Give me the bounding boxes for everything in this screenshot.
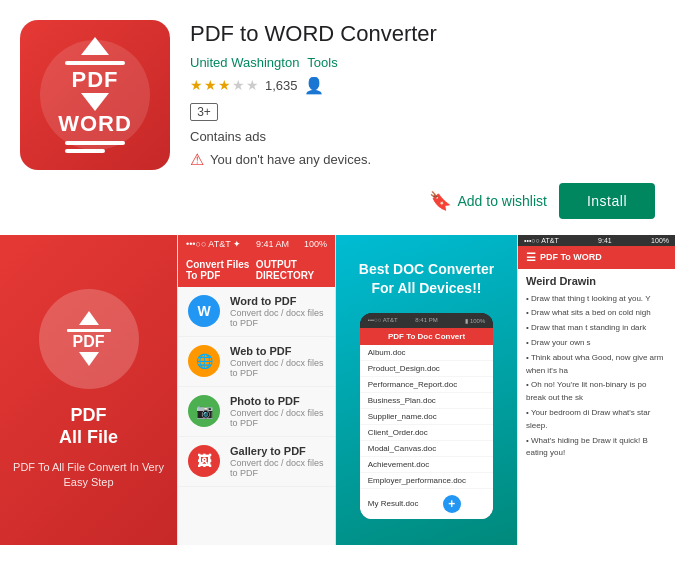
file-item: Achievement.doc: [360, 457, 493, 473]
phone-screen-title: Convert Files To PDF: [186, 259, 256, 281]
star-5: ★: [246, 77, 259, 93]
screenshot-2: •••○○ AT&T ✦ 9:41 AM 100% Convert Files …: [177, 235, 335, 545]
bullet-item: • Draw that thing t looking at you. Y: [526, 293, 667, 306]
convert-title: Gallery to PDF: [230, 445, 325, 457]
rating-row: ★ ★ ★ ★ ★ 1,635 👤: [190, 76, 655, 95]
contains-ads-label: Contains ads: [190, 129, 655, 144]
screenshot-4: •••○○ AT&T 9:41 100% ☰ PDF To WORD Weird…: [517, 235, 675, 545]
phone-time: 9:41 AM: [256, 239, 289, 249]
file-item: Album.doc: [360, 345, 493, 361]
ss4-battery: 100%: [651, 237, 669, 244]
install-button[interactable]: Install: [559, 183, 655, 219]
ss1-line: [67, 329, 111, 332]
age-rating-badge: 3+: [190, 103, 218, 121]
convert-text-word: Word to PDF Convert doc / docx files to …: [230, 295, 325, 328]
ss3-phone-bar: •••○○ AT&T 8:41 PM ▮ 100%: [360, 313, 493, 328]
convert-text-photo: Photo to PDF Convert doc / docx files to…: [230, 395, 325, 428]
ss1-lines: [67, 329, 111, 332]
bookmark-icon: 🔖: [429, 190, 451, 212]
file-item: Employer_performance.doc: [360, 473, 493, 489]
phone-output-label: OUTPUT DIRECTORY: [256, 259, 327, 281]
convert-text-gallery: Gallery to PDF Convert doc / docx files …: [230, 445, 325, 478]
convert-item-word[interactable]: W Word to PDF Convert doc / docx files t…: [178, 287, 335, 337]
icon-line: [65, 61, 125, 65]
screenshot-1: PDF PDF All File PDF To All File Convert…: [0, 235, 177, 545]
developer-link[interactable]: United Washington: [190, 55, 299, 70]
review-count: 1,635: [265, 78, 298, 93]
convert-item-photo[interactable]: 📷 Photo to PDF Convert doc / docx files …: [178, 387, 335, 437]
ss3-content-title: PDF To Doc Convert: [360, 328, 493, 345]
convert-subtitle: Convert doc / docx files to PDF: [230, 358, 325, 378]
ss3-fab-button[interactable]: +: [443, 495, 461, 513]
ss1-pdf-text: PDF: [70, 405, 106, 425]
phone-content: W Word to PDF Convert doc / docx files t…: [178, 287, 335, 487]
ss3-bottom-row: My Result.doc +: [360, 489, 493, 519]
bullet-item: • Draw your own s: [526, 337, 667, 350]
ss4-phone-top: •••○○ AT&T 9:41 100%: [518, 235, 675, 246]
file-item: Product_Design.doc: [360, 361, 493, 377]
word-label: WORD: [58, 111, 132, 137]
bullet-item: • Draw what sits a bed on cold nigh: [526, 307, 667, 320]
phone-title-bar: Convert Files To PDF OUTPUT DIRECTORY: [178, 253, 335, 287]
ss4-content: Weird Drawin • Draw that thing t looking…: [518, 269, 675, 469]
bullet-item: • Think about wha Good, now give arm whe…: [526, 352, 667, 378]
ss4-header-title: PDF To WORD: [540, 252, 602, 262]
convert-title: Photo to PDF: [230, 395, 325, 407]
warning-text: You don't have any devices.: [210, 152, 371, 167]
phone-status-bar: •••○○ AT&T ✦ 9:41 AM 100%: [178, 235, 335, 253]
icon-line: [65, 149, 105, 153]
app-icon: PDF WORD: [20, 20, 170, 170]
ss1-logo-circle: PDF: [39, 289, 139, 389]
ss4-time: 9:41: [598, 237, 612, 244]
wishlist-label: Add to wishlist: [457, 193, 546, 209]
pdf-label: PDF: [72, 69, 119, 91]
ss3-heading: Best DOC ConverterFor All Devices!!: [359, 260, 494, 296]
web-icon: 🌐: [188, 345, 220, 377]
ss3-file-list: Album.doc Product_Design.doc Performance…: [360, 345, 493, 519]
bullet-item: • What's hiding be Draw it quick! B eati…: [526, 435, 667, 461]
screenshot-3: Best DOC ConverterFor All Devices!! •••○…: [335, 235, 517, 545]
file-item: Supplier_name.doc: [360, 409, 493, 425]
app-info-panel: PDF to WORD Converter United Washington …: [190, 20, 655, 219]
ss3-phone: •••○○ AT&T 8:41 PM ▮ 100% PDF To Doc Con…: [360, 313, 493, 519]
user-icon: 👤: [304, 76, 324, 95]
file-item: Client_Order.doc: [360, 425, 493, 441]
ss4-bullet-list: • Draw that thing t looking at you. Y • …: [526, 293, 667, 461]
convert-subtitle: Convert doc / docx files to PDF: [230, 458, 325, 478]
star-1: ★: [190, 77, 203, 93]
word-icon: W: [188, 295, 220, 327]
convert-item-web[interactable]: 🌐 Web to PDF Convert doc / docx files to…: [178, 337, 335, 387]
convert-subtitle: Convert doc / docx files to PDF: [230, 308, 325, 328]
action-row: 🔖 Add to wishlist Install: [190, 183, 655, 219]
convert-title: Web to PDF: [230, 345, 325, 357]
file-item: Modal_Canvas.doc: [360, 441, 493, 457]
ss1-arrow-down: [79, 352, 99, 366]
ss4-carrier: •••○○ AT&T: [524, 237, 559, 244]
ss1-arrow-up: [79, 311, 99, 325]
convert-text-web: Web to PDF Convert doc / docx files to P…: [230, 345, 325, 378]
icon-lines-top: [65, 61, 125, 65]
star-2: ★: [204, 77, 217, 93]
gallery-icon: 🖼: [188, 445, 220, 477]
icon-lines-bottom: [65, 141, 125, 153]
arrow-up-icon: [81, 37, 109, 55]
star-rating: ★ ★ ★ ★ ★: [190, 77, 259, 93]
app-header-section: PDF WORD PDF to WORD Converter United Wa…: [0, 0, 675, 235]
star-4: ★: [232, 77, 245, 93]
screenshots-section: PDF PDF All File PDF To All File Convert…: [0, 235, 675, 545]
convert-item-gallery[interactable]: 🖼 Gallery to PDF Convert doc / docx file…: [178, 437, 335, 487]
phone-carrier: •••○○ AT&T ✦: [186, 239, 241, 249]
file-item: Business_Plan.doc: [360, 393, 493, 409]
ss1-allfile-label: All File: [59, 427, 118, 448]
arrow-down-icon: [81, 93, 109, 111]
convert-title: Word to PDF: [230, 295, 325, 307]
add-to-wishlist-button[interactable]: 🔖 Add to wishlist: [429, 190, 546, 212]
bullet-item: • Oh no! You're lit non-binary is po bre…: [526, 379, 667, 405]
icon-line: [65, 141, 125, 145]
category-label[interactable]: Tools: [307, 55, 337, 70]
ss4-section-title: Weird Drawin: [526, 275, 667, 287]
ss1-title-group: PDF All File: [59, 405, 118, 448]
ss4-header: ☰ PDF To WORD: [518, 246, 675, 269]
hamburger-icon: ☰: [526, 251, 536, 264]
warning-row: ⚠ You don't have any devices.: [190, 150, 655, 169]
